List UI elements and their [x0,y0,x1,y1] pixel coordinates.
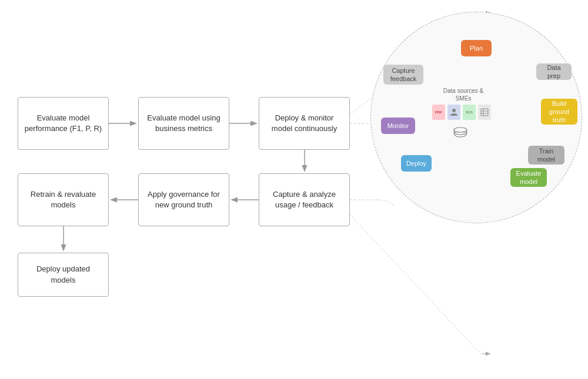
svg-rect-22 [481,109,488,116]
plan-node: Plan [461,40,492,56]
retrain-box: Retrain & revaluate models [18,173,109,226]
pdf-icon: PDF [432,105,445,120]
data-sources-label: Data sources & SMEs [440,87,487,102]
capture-feedback-node: Capture feedback [383,65,423,85]
database-icon [453,127,468,140]
deploy-node: Deploy [401,155,432,172]
svg-point-26 [454,128,467,132]
evaluate-model-node: Evaluate model [510,168,547,187]
capture-analyze-box: Capture & analyze usage / feedback [259,173,350,226]
monitor-node: Monitor [381,118,415,134]
cycle-diagram: Plan Capture feedback Data prep Data sou… [370,12,582,223]
deploy-monitor-box: Deploy & monitor model continuously [259,97,350,150]
xls-icon: XLS [463,105,476,120]
build-ground-truth-node: Build ground truth [541,99,577,125]
deploy-updated-box: Deploy updated models [18,253,109,297]
evaluate-business-box: Evaluate model using business metrics [138,97,229,150]
apply-governance-box: Apply governance for new ground truth [138,173,229,226]
document-icons: PDF XLS [432,105,491,120]
evaluate-performance-box: Evaluate model performance (F1, P, R) [18,97,109,150]
train-model-node: Train model [528,146,564,165]
svg-line-9 [350,214,482,355]
table-icon [478,105,491,120]
diagram-container: Evaluate model performance (F1, P, R) Ev… [0,0,588,379]
person-icon [447,105,460,120]
svg-point-21 [452,109,456,112]
data-prep-node: Data prep [536,63,572,80]
